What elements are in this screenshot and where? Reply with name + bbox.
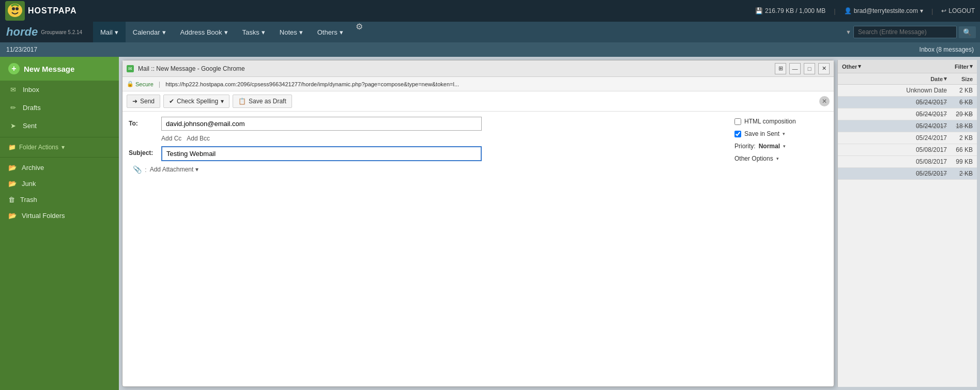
save-draft-button[interactable]: 📋 Save as Draft — [233, 95, 292, 108]
new-message-button[interactable]: + New Message — [0, 57, 119, 81]
nav-item-address-book[interactable]: Address Book ▾ — [173, 22, 235, 42]
filter-arrow: ▾ — [970, 63, 973, 70]
check-spelling-arrow: ▾ — [221, 98, 224, 105]
junk-label: Junk — [22, 180, 36, 188]
secure-badge: 🔒 Secure — [127, 81, 154, 87]
other-options[interactable]: Other Options ▾ — [734, 155, 830, 162]
browser-title-text: Mail :: New Message - Google Chrome — [138, 65, 771, 72]
other-options-label: Other Options — [734, 155, 773, 162]
sidebar-item-trash[interactable]: 🗑 Trash — [0, 192, 119, 208]
nav-calendar-label: Calendar — [133, 28, 160, 36]
send-button[interactable]: ➜ Send — [127, 95, 160, 108]
email-row[interactable]: 05/24/2017 18 KB — [838, 120, 977, 132]
main-layout: + New Message ✉ Inbox ✏ Drafts ➤ Sent 📁 … — [0, 57, 980, 390]
logout-label: LOGOUT — [948, 7, 975, 14]
email-subheader: Date ▾ Size — [838, 73, 977, 85]
browser-controls: ⊞ — □ ✕ — [775, 63, 830, 74]
groupware-version: Groupware 5.2.14 — [41, 29, 82, 35]
cc-bcc-links: Add Cc Add Bcc — [129, 135, 724, 142]
save-in-sent-arrow[interactable]: ▾ — [783, 131, 785, 136]
browser-close-button[interactable]: ✕ — [818, 63, 830, 74]
search-input[interactable] — [853, 26, 957, 38]
svg-point-0 — [8, 4, 22, 17]
nav-others-arrow: ▾ — [340, 28, 343, 36]
sidebar-item-virtual-folders[interactable]: 📂 Virtual Folders — [0, 208, 119, 224]
email-row[interactable]: 05/24/2017 29 KB — [838, 108, 977, 120]
nav-item-tasks[interactable]: Tasks ▾ — [235, 22, 272, 42]
email-size: 18 KB — [947, 122, 973, 130]
col-filter-text: Filter — [955, 64, 969, 70]
compose-toolbar: ➜ Send ✔ Check Spelling ▾ 📋 Save as Draf… — [122, 91, 834, 112]
col-filter-header[interactable]: Filter ▾ — [955, 63, 973, 70]
add-cc-link[interactable]: Add Cc — [161, 135, 181, 142]
to-input[interactable] — [161, 117, 482, 131]
url-separator: | — [159, 80, 160, 88]
sent-icon: ➤ — [8, 122, 18, 130]
priority-label: Priority: — [734, 143, 756, 150]
priority-option: Priority: Normal ▾ — [734, 143, 830, 150]
sidebar-item-inbox[interactable]: ✉ Inbox — [0, 81, 119, 99]
sent-label: Sent — [23, 122, 37, 130]
save-in-sent-text: Save in Sent — [744, 130, 779, 137]
other-sort-arrow: ▾ — [858, 63, 861, 70]
browser-maximize-button[interactable]: □ — [804, 63, 815, 74]
attach-separator: : — [145, 166, 147, 174]
attachment-row: 📎 : Add Attachment ▾ — [129, 165, 724, 174]
add-bcc-link[interactable]: Add Bcc — [187, 135, 210, 142]
sidebar-item-junk[interactable]: 📂 Junk — [0, 176, 119, 192]
add-attachment-button[interactable]: Add Attachment ▾ — [150, 166, 199, 173]
sidebar-item-archive[interactable]: 📂 Archive — [0, 160, 119, 176]
user-dropdown-arrow[interactable]: ▾ — [920, 7, 923, 14]
email-size: 2 KB — [947, 170, 973, 177]
email-row[interactable]: 05/24/2017 2 KB — [838, 132, 977, 144]
current-date: 11/23/2017 — [6, 46, 37, 53]
new-message-label: New Message — [24, 65, 74, 73]
close-compose-button[interactable]: ✕ — [819, 96, 830, 106]
email-row[interactable]: 05/25/2017 2 KB — [838, 168, 977, 180]
sidebar: + New Message ✉ Inbox ✏ Drafts ➤ Sent 📁 … — [0, 57, 119, 390]
date-col-header[interactable]: Date ▾ — [842, 75, 947, 82]
sidebar-item-drafts[interactable]: ✏ Drafts — [0, 99, 119, 117]
priority-arrow[interactable]: ▾ — [783, 144, 786, 149]
logout-button[interactable]: ↩ LOGOUT — [941, 7, 975, 14]
nav-item-others[interactable]: Others ▾ — [310, 22, 350, 42]
email-row[interactable]: 05/08/2017 66 KB — [838, 144, 977, 156]
virtual-folders-label: Virtual Folders — [22, 212, 65, 220]
hostpapa-logo — [5, 1, 25, 21]
storage-text: 216.79 KB / 1,000 MB — [765, 7, 825, 14]
settings-icon[interactable]: ⚙ — [350, 22, 368, 42]
check-spelling-button[interactable]: ✔ Check Spelling ▾ — [163, 95, 229, 108]
save-draft-label: Save as Draft — [249, 98, 286, 105]
sidebar-item-sent[interactable]: ➤ Sent — [0, 117, 119, 135]
email-date: Unknown Date — [842, 87, 947, 94]
logo-area: HOSTPAPA — [5, 1, 77, 21]
drafts-icon: ✏ — [8, 104, 18, 112]
folder-actions[interactable]: 📁 Folder Actions ▾ — [0, 139, 119, 155]
email-size: 6 KB — [947, 99, 973, 106]
nav-search: ▼ 🔍 — [841, 22, 980, 42]
priority-value: Normal — [759, 143, 780, 150]
user-email: brad@terrytestsite.com — [854, 7, 918, 14]
email-row[interactable]: Unknown Date 2 KB — [838, 85, 977, 97]
svg-point-2 — [16, 7, 19, 10]
email-row[interactable]: 05/08/2017 99 KB — [838, 156, 977, 168]
save-in-sent-checkbox[interactable] — [734, 131, 741, 137]
html-composition-checkbox[interactable] — [734, 118, 741, 125]
col-other-text: Other — [842, 64, 857, 70]
search-button[interactable]: 🔍 — [959, 26, 976, 38]
nav-item-notes[interactable]: Notes ▾ — [272, 22, 310, 42]
browser-favicon: ✉ — [127, 65, 134, 72]
nav-item-calendar[interactable]: Calendar ▾ — [126, 22, 173, 42]
browser-title: Mail :: New Message - Google Chrome — [138, 65, 245, 72]
archive-label: Archive — [22, 164, 44, 171]
email-size: 2 KB — [947, 134, 973, 142]
search-filter-icon: ▼ — [846, 29, 851, 35]
drafts-label: Drafts — [23, 104, 41, 112]
email-row[interactable]: 05/24/2017 6 KB — [838, 97, 977, 108]
browser-split-view-button[interactable]: ⊞ — [775, 63, 786, 74]
subject-input[interactable] — [161, 146, 482, 161]
sidebar-divider-1 — [0, 137, 119, 137]
col-other-header: Other ▾ — [842, 63, 953, 70]
nav-item-mail[interactable]: Mail ▾ — [93, 22, 126, 42]
browser-minimize-button[interactable]: — — [789, 63, 801, 74]
